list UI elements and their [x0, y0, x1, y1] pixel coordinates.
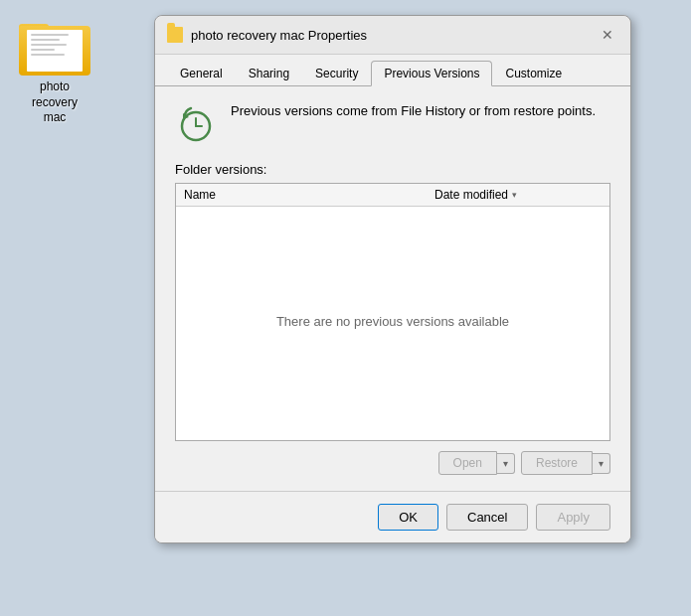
tab-previous-versions[interactable]: Previous Versions	[371, 61, 492, 86]
tab-security[interactable]: Security	[302, 61, 371, 85]
desktop: photo recovery mac photo recovery mac Pr…	[0, 0, 691, 616]
tab-bar: General Sharing Security Previous Versio…	[155, 55, 630, 86]
restore-button[interactable]: Restore	[521, 451, 593, 475]
section-label: Folder versions:	[175, 162, 610, 177]
table-header: Name Date modified ▾	[176, 184, 609, 207]
tab-content: Previous versions come from File History…	[155, 86, 630, 491]
restore-dropdown-button[interactable]: ▾	[593, 453, 610, 474]
properties-dialog: photo recovery mac Properties ✕ General …	[154, 15, 631, 543]
ok-button[interactable]: OK	[378, 504, 438, 531]
folder-image	[19, 16, 90, 76]
dialog-folder-icon	[167, 27, 183, 43]
sort-arrow-icon: ▾	[512, 190, 517, 200]
history-icon	[175, 102, 217, 144]
tab-general[interactable]: General	[167, 61, 236, 85]
open-action: Open ▾	[438, 451, 515, 475]
empty-message: There are no previous versions available	[276, 314, 509, 329]
apply-button[interactable]: Apply	[536, 504, 610, 531]
column-date-modified: Date modified ▾	[434, 188, 602, 202]
tab-sharing[interactable]: Sharing	[236, 61, 302, 85]
title-bar: photo recovery mac Properties ✕	[155, 16, 630, 55]
dialog-title: photo recovery mac Properties	[191, 28, 367, 43]
cancel-button[interactable]: Cancel	[446, 504, 528, 531]
table-body: There are no previous versions available	[176, 207, 609, 435]
open-dropdown-button[interactable]: ▾	[497, 453, 515, 474]
open-button[interactable]: Open	[438, 451, 497, 475]
folder-label: photo recovery mac	[16, 79, 93, 126]
close-button[interactable]: ✕	[597, 24, 618, 46]
restore-action: Restore ▾	[521, 451, 610, 475]
title-bar-left: photo recovery mac Properties	[167, 27, 367, 43]
footer: OK Cancel Apply	[155, 491, 630, 542]
action-buttons: Open ▾ Restore ▾	[175, 451, 610, 475]
column-name: Name	[184, 188, 434, 202]
desktop-folder-icon[interactable]: photo recovery mac	[10, 10, 99, 132]
info-text: Previous versions come from File History…	[231, 102, 596, 120]
versions-table: Name Date modified ▾ There are no previo…	[175, 183, 610, 441]
tab-customize[interactable]: Customize	[492, 61, 575, 85]
info-section: Previous versions come from File History…	[175, 102, 610, 144]
